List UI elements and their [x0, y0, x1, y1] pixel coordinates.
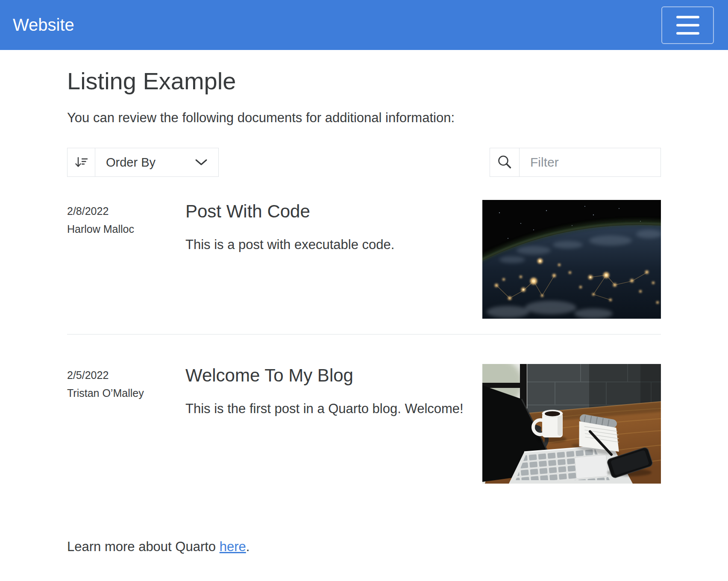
post-thumbnail-earth-image[interactable]	[482, 200, 661, 319]
post-title-link[interactable]: Post With Code	[185, 200, 482, 223]
post-author: Harlow Malloc	[67, 221, 185, 237]
post-meta: 2/8/2022 Harlow Malloc	[67, 200, 185, 319]
navbar-brand[interactable]: Website	[13, 15, 74, 35]
search-icon	[490, 148, 520, 176]
filter-group	[490, 148, 661, 177]
post-body: Post With Code This is a post with execu…	[185, 200, 482, 319]
post-date: 2/5/2022	[67, 367, 185, 383]
navbar: Website	[0, 0, 728, 50]
sort-amount-down-icon	[68, 148, 95, 176]
quarto-link[interactable]: here	[220, 539, 246, 554]
filter-input[interactable]	[520, 148, 660, 176]
listing-item-welcome-to-my-blog: 2/5/2022 Tristan O’Malley Welcome To My …	[67, 364, 661, 484]
hamburger-menu-icon	[676, 16, 699, 35]
main-content: Listing Example You can review the follo…	[0, 67, 728, 574]
post-meta: 2/5/2022 Tristan O’Malley	[67, 364, 185, 484]
post-description: This is the first post in a Quarto blog.…	[185, 398, 467, 420]
listing-item-post-with-code: 2/8/2022 Harlow Malloc Post With Code Th…	[67, 200, 661, 319]
navbar-toggler-button[interactable]	[661, 6, 714, 44]
post-divider	[67, 334, 661, 335]
order-by-dropdown[interactable]: Order By	[67, 148, 219, 177]
order-by-label: Order By	[95, 148, 195, 176]
post-thumbnail-desk-image[interactable]	[482, 364, 661, 484]
chevron-down-icon	[195, 148, 218, 176]
footer-text-before: Learn more about Quarto	[67, 539, 220, 554]
post-author: Tristan O’Malley	[67, 385, 185, 401]
post-body: Welcome To My Blog This is the first pos…	[185, 364, 482, 484]
page-intro: You can review the following documents f…	[67, 110, 661, 126]
post-title-link[interactable]: Welcome To My Blog	[185, 364, 482, 387]
footer-text-after: .	[246, 539, 250, 554]
listing-controls: Order By	[67, 148, 661, 177]
footer-text: Learn more about Quarto here.	[67, 539, 661, 574]
page-title: Listing Example	[67, 67, 661, 95]
post-date: 2/8/2022	[67, 203, 185, 219]
post-description: This is a post with executable code.	[185, 234, 467, 256]
